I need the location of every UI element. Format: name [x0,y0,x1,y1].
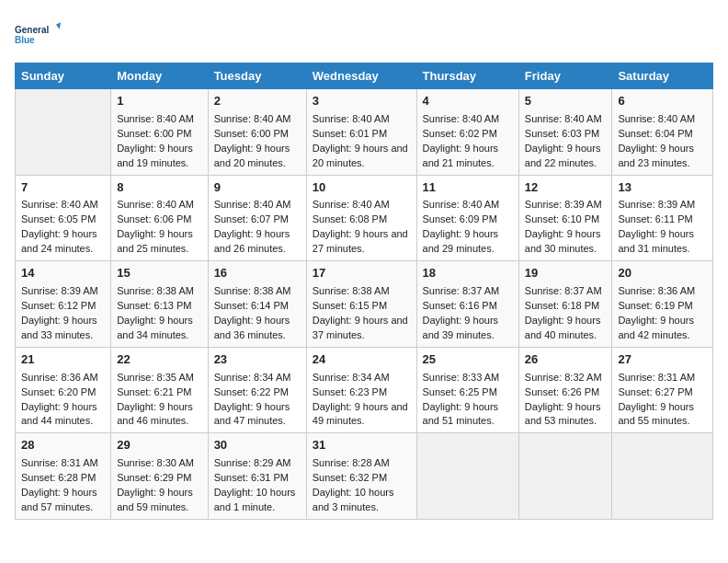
sunrise-text: Sunrise: 8:33 AM [423,372,500,383]
day-number: 4 [423,93,513,110]
day-number: 13 [618,179,707,197]
calendar-cell: 14 Sunrise: 8:39 AM Sunset: 6:12 PM Dayl… [16,261,111,348]
day-number: 17 [313,265,411,282]
daylight-text: Daylight: 9 hours and 20 minutes. [313,143,408,168]
day-number: 11 [423,179,513,197]
sunset-text: Sunset: 6:15 PM [313,300,387,311]
daylight-text: Daylight: 9 hours and 59 minutes. [117,487,193,512]
week-row-4: 21 Sunrise: 8:36 AM Sunset: 6:20 PM Dayl… [16,347,713,433]
day-header-wednesday: Wednesday [306,63,416,89]
svg-text:Blue: Blue [15,35,35,45]
sunrise-text: Sunrise: 8:36 AM [618,285,695,296]
calendar-table: SundayMondayTuesdayWednesdayThursdayFrid… [15,63,713,520]
sunset-text: Sunset: 6:11 PM [618,213,692,224]
daylight-text: Daylight: 9 hours and 39 minutes. [423,315,499,340]
sunrise-text: Sunrise: 8:34 AM [214,372,291,383]
daylight-text: Daylight: 9 hours and 25 minutes. [117,228,193,254]
sunrise-text: Sunrise: 8:40 AM [21,199,98,210]
sunset-text: Sunset: 6:09 PM [423,213,497,224]
sunset-text: Sunset: 6:26 PM [525,386,599,397]
sunrise-text: Sunrise: 8:40 AM [423,113,500,124]
day-number: 5 [525,93,607,110]
sunset-text: Sunset: 6:02 PM [423,128,497,139]
sunset-text: Sunset: 6:04 PM [618,128,692,139]
sunrise-text: Sunrise: 8:31 AM [618,372,695,383]
day-number: 21 [21,351,105,369]
svg-text:General: General [15,25,49,35]
calendar-cell: 20 Sunrise: 8:36 AM Sunset: 6:19 PM Dayl… [612,261,713,348]
daylight-text: Daylight: 10 hours and 1 minute. [214,487,296,512]
sunset-text: Sunset: 6:16 PM [423,300,497,311]
sunrise-text: Sunrise: 8:40 AM [313,113,390,124]
calendar-cell: 8 Sunrise: 8:40 AM Sunset: 6:06 PM Dayli… [111,175,208,261]
sunrise-text: Sunrise: 8:32 AM [525,372,602,383]
sunrise-text: Sunrise: 8:36 AM [21,372,98,383]
calendar-cell: 31 Sunrise: 8:28 AM Sunset: 6:32 PM Dayl… [306,433,416,520]
sunrise-text: Sunrise: 8:34 AM [313,372,390,383]
calendar-cell: 21 Sunrise: 8:36 AM Sunset: 6:20 PM Dayl… [16,347,111,433]
calendar-cell: 5 Sunrise: 8:40 AM Sunset: 6:03 PM Dayli… [518,89,612,176]
day-number: 20 [618,265,707,282]
page-header: General Blue [15,15,713,55]
sunset-text: Sunset: 6:00 PM [117,128,191,139]
sunset-text: Sunset: 6:13 PM [117,300,191,311]
daylight-text: Daylight: 9 hours and 36 minutes. [214,315,290,340]
calendar-cell [518,433,612,520]
logo-svg: General Blue [15,15,61,55]
daylight-text: Daylight: 9 hours and 24 minutes. [21,228,97,254]
sunrise-text: Sunrise: 8:30 AM [117,457,194,468]
day-number: 24 [313,351,411,369]
daylight-text: Daylight: 9 hours and 37 minutes. [313,315,408,340]
sunset-text: Sunset: 6:06 PM [117,213,191,224]
calendar-cell: 15 Sunrise: 8:38 AM Sunset: 6:13 PM Dayl… [111,261,208,348]
day-header-friday: Friday [518,63,612,89]
daylight-text: Daylight: 9 hours and 44 minutes. [21,401,97,427]
daylight-text: Daylight: 9 hours and 30 minutes. [525,228,601,254]
day-number: 23 [214,351,301,369]
sunrise-text: Sunrise: 8:29 AM [214,457,291,468]
sunset-text: Sunset: 6:29 PM [117,472,191,483]
calendar-cell: 29 Sunrise: 8:30 AM Sunset: 6:29 PM Dayl… [111,433,208,520]
sunset-text: Sunset: 6:01 PM [313,128,387,139]
daylight-text: Daylight: 9 hours and 31 minutes. [618,228,694,254]
calendar-cell: 28 Sunrise: 8:31 AM Sunset: 6:28 PM Dayl… [16,433,111,520]
calendar-cell: 9 Sunrise: 8:40 AM Sunset: 6:07 PM Dayli… [208,175,306,261]
day-number: 3 [313,93,411,110]
calendar-cell: 17 Sunrise: 8:38 AM Sunset: 6:15 PM Dayl… [306,261,416,348]
calendar-cell: 19 Sunrise: 8:37 AM Sunset: 6:18 PM Dayl… [518,261,612,348]
day-number: 16 [214,265,301,282]
calendar-header-row: SundayMondayTuesdayWednesdayThursdayFrid… [16,63,713,89]
sunset-text: Sunset: 6:21 PM [117,386,191,397]
day-number: 2 [214,93,301,110]
day-header-thursday: Thursday [416,63,518,89]
calendar-cell: 3 Sunrise: 8:40 AM Sunset: 6:01 PM Dayli… [306,89,416,176]
day-number: 22 [117,351,201,369]
daylight-text: Daylight: 9 hours and 57 minutes. [21,487,97,512]
calendar-cell: 24 Sunrise: 8:34 AM Sunset: 6:23 PM Dayl… [306,347,416,433]
logo: General Blue [15,15,61,55]
sunrise-text: Sunrise: 8:37 AM [423,285,500,296]
calendar-cell [16,89,111,176]
sunset-text: Sunset: 6:20 PM [21,386,96,397]
calendar-cell: 16 Sunrise: 8:38 AM Sunset: 6:14 PM Dayl… [208,261,306,348]
calendar-cell: 26 Sunrise: 8:32 AM Sunset: 6:26 PM Dayl… [518,347,612,433]
day-number: 6 [618,93,707,110]
sunrise-text: Sunrise: 8:40 AM [214,113,291,124]
sunrise-text: Sunrise: 8:38 AM [313,285,390,296]
sunset-text: Sunset: 6:19 PM [618,300,692,311]
day-number: 26 [525,351,607,369]
calendar-cell: 11 Sunrise: 8:40 AM Sunset: 6:09 PM Dayl… [416,175,518,261]
sunrise-text: Sunrise: 8:40 AM [117,199,194,210]
week-row-5: 28 Sunrise: 8:31 AM Sunset: 6:28 PM Dayl… [16,433,713,520]
calendar-cell: 2 Sunrise: 8:40 AM Sunset: 6:00 PM Dayli… [208,89,306,176]
daylight-text: Daylight: 10 hours and 3 minutes. [313,487,394,512]
sunrise-text: Sunrise: 8:40 AM [618,113,695,124]
daylight-text: Daylight: 9 hours and 42 minutes. [618,315,694,340]
sunset-text: Sunset: 6:25 PM [423,386,497,397]
sunrise-text: Sunrise: 8:37 AM [525,285,602,296]
daylight-text: Daylight: 9 hours and 34 minutes. [117,315,193,340]
sunrise-text: Sunrise: 8:40 AM [117,113,194,124]
calendar-cell: 7 Sunrise: 8:40 AM Sunset: 6:05 PM Dayli… [16,175,111,261]
day-number: 15 [117,265,201,282]
sunset-text: Sunset: 6:31 PM [214,472,289,483]
